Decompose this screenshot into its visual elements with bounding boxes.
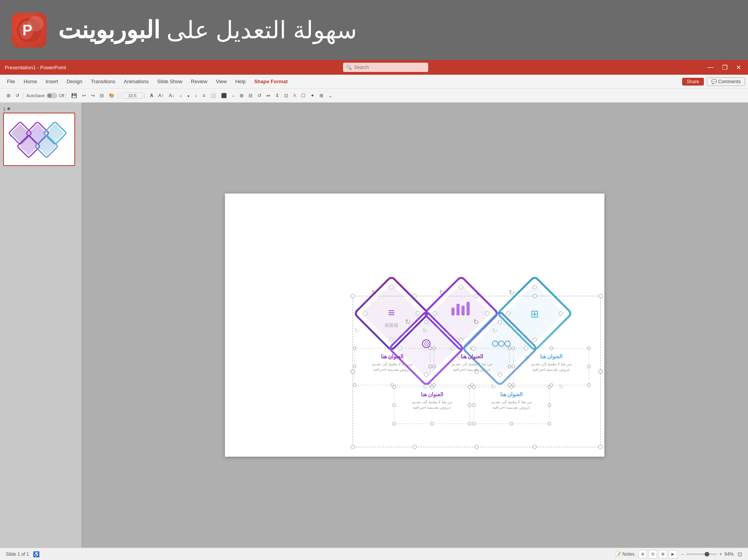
svg-point-50 xyxy=(587,347,590,350)
svg-point-69 xyxy=(472,404,475,407)
main-area: 1 ✱ xyxy=(0,103,748,548)
svg-text:⊞⊞⊞: ⊞⊞⊞ xyxy=(384,322,398,328)
svg-point-127 xyxy=(524,346,528,350)
doc-name: Presentation1 - PowerPoint xyxy=(5,65,66,70)
slide-panel: 1 ✱ xyxy=(0,103,81,548)
toolbar-group-1: ⊞ ↺ xyxy=(3,92,23,99)
font-size-input[interactable]: 10.5 xyxy=(122,92,143,99)
toolbar-btn-1[interactable]: ⊞ xyxy=(5,92,12,99)
zoom-in-button[interactable]: + xyxy=(719,551,722,557)
close-button[interactable]: ✕ xyxy=(734,63,743,72)
slide-sorter-button[interactable]: ⊟ xyxy=(648,550,657,558)
view-toggle[interactable]: ⊟ xyxy=(98,92,106,99)
menu-view[interactable]: View xyxy=(212,77,231,86)
increase-font[interactable]: A↑ xyxy=(156,92,166,99)
svg-point-125 xyxy=(398,346,402,350)
effects-btn[interactable]: ✦ xyxy=(309,92,316,99)
list-btn[interactable]: ≡ xyxy=(201,92,207,99)
svg-point-18 xyxy=(599,294,602,298)
svg-text:من هنا لا يطمح إلى تقديم: من هنا لا يطمح إلى تقديم xyxy=(372,362,412,366)
flip-v-btn[interactable]: ⇕ xyxy=(273,92,281,99)
flip-h-btn[interactable]: ⇔ xyxy=(264,92,272,99)
fit-to-window-button[interactable]: ⊡ xyxy=(738,551,742,557)
zoom-out-button[interactable]: − xyxy=(681,551,684,557)
svg-point-61 xyxy=(468,404,471,407)
position-btn[interactable]: ⊡ xyxy=(282,92,290,99)
svg-point-115 xyxy=(486,312,489,315)
decrease-font[interactable]: A↓ xyxy=(167,92,176,99)
svg-text:↻: ↻ xyxy=(354,327,359,334)
outline-btn[interactable]: ☐ xyxy=(299,92,307,99)
slide-thumbnail-1[interactable]: 1 ✱ xyxy=(3,106,78,166)
shape-btn-4[interactable]: ⬜ xyxy=(208,92,218,99)
status-left: Slide 1 of 1 ♿ xyxy=(6,551,39,557)
fill-color-btn[interactable]: A xyxy=(291,92,298,99)
svg-point-51 xyxy=(512,365,515,368)
menu-share-area: Share 💬 Comments xyxy=(682,77,745,86)
slide-thumb[interactable] xyxy=(3,113,75,166)
menu-shape-format[interactable]: Shape Format xyxy=(250,77,292,86)
slide-infographic: ↻ ↻ ↻ ↻ ↻ ↻ ↻ ↻ ↻ ↻ ↻ ↻ ↻ ↻ xyxy=(225,194,604,457)
size-btn[interactable]: ⊞ xyxy=(317,92,325,99)
notes-button[interactable]: 📝 Notes xyxy=(615,551,635,557)
share-button[interactable]: Share xyxy=(682,78,704,86)
svg-rect-96 xyxy=(461,306,465,315)
shape-btn-2[interactable]: ⬧ xyxy=(185,92,192,99)
slide-canvas[interactable]: ↻ ↻ ↻ ↻ ↻ ↻ ↻ ↻ ↻ ↻ ↻ ↻ ↻ ↻ xyxy=(225,194,604,457)
undo-button[interactable]: ↩ xyxy=(80,92,88,99)
svg-text:من هنا لا يطمح إلى تقديم: من هنا لا يطمح إلى تقديم xyxy=(531,362,571,366)
svg-text:العنوان هنا: العنوان هنا xyxy=(381,353,404,360)
autosave-toggle[interactable] xyxy=(46,93,57,98)
svg-text:العنوان هنا: العنوان هنا xyxy=(461,353,484,360)
search-input[interactable] xyxy=(354,65,425,70)
bold-button[interactable]: A xyxy=(148,92,155,99)
color-picker[interactable]: 🎨 xyxy=(107,92,117,99)
menu-review[interactable]: Review xyxy=(187,77,211,86)
normal-view-button[interactable]: ⊞ xyxy=(638,550,647,558)
svg-text:↻: ↻ xyxy=(559,384,564,390)
shape-btn-5[interactable]: ⬛ xyxy=(219,92,229,99)
comments-button[interactable]: 💬 Comments xyxy=(707,77,745,86)
svg-text:من هنا لا يطمح إلى تقديم: من هنا لا يطمح إلى تقديم xyxy=(412,400,452,404)
menu-home[interactable]: Home xyxy=(20,77,41,86)
shape-btn-3[interactable]: ⬨ xyxy=(193,92,199,99)
reading-view-button[interactable]: ⊠ xyxy=(659,550,667,558)
menu-insert[interactable]: Insert xyxy=(42,77,62,86)
svg-text:عروض تقديمية احترافية: عروض تقديمية احترافية xyxy=(373,367,412,372)
accessibility-icon: ♿ xyxy=(33,551,39,557)
rotate-btn[interactable]: ↺ xyxy=(256,92,263,99)
align-btn[interactable]: ⊞ xyxy=(238,92,245,99)
notes-icon: 📝 xyxy=(615,551,621,557)
svg-rect-97 xyxy=(467,302,470,315)
more-btn[interactable]: ⌄ xyxy=(326,92,334,99)
minimize-button[interactable]: — xyxy=(705,63,716,72)
status-right: 📝 Notes ⊞ ⊟ ⊠ ▶ − + 94% ⊡ xyxy=(615,550,742,558)
restore-button[interactable]: ❐ xyxy=(720,63,730,72)
svg-point-73 xyxy=(548,422,551,425)
menu-transitions[interactable]: Transitions xyxy=(87,77,119,86)
menu-design[interactable]: Design xyxy=(63,77,86,86)
shape-btn-1[interactable]: ⬦ xyxy=(177,92,184,99)
menu-animations[interactable]: Animations xyxy=(120,77,153,86)
svg-point-71 xyxy=(472,422,475,425)
menu-slideshow[interactable]: Slide Show xyxy=(153,77,186,86)
shape-btn-6[interactable]: ⬩ xyxy=(230,92,237,99)
svg-rect-95 xyxy=(456,304,460,315)
zoom-slider[interactable] xyxy=(686,553,717,555)
svg-point-16 xyxy=(475,294,479,298)
save-button[interactable]: 💾 xyxy=(69,92,79,99)
svg-point-118 xyxy=(533,285,537,289)
svg-point-60 xyxy=(393,404,396,407)
svg-point-30 xyxy=(353,347,356,350)
infographic-svg[interactable]: ↻ ↻ ↻ ↻ ↻ ↻ ↻ ↻ ↻ ↻ ↻ ↻ ↻ ↻ xyxy=(225,194,604,457)
group-btn[interactable]: ⊟ xyxy=(247,92,254,99)
search-box[interactable]: 🔍 xyxy=(343,63,428,72)
svg-point-57 xyxy=(393,385,396,389)
svg-rect-94 xyxy=(451,308,455,315)
toolbar-rotate[interactable]: ↺ xyxy=(14,92,21,99)
menu-file[interactable]: File xyxy=(3,77,19,86)
menu-help[interactable]: Help xyxy=(232,77,250,86)
comment-icon: 💬 xyxy=(711,79,717,84)
redo-button[interactable]: ↪ xyxy=(89,92,97,99)
slideshow-button[interactable]: ▶ xyxy=(669,550,677,558)
